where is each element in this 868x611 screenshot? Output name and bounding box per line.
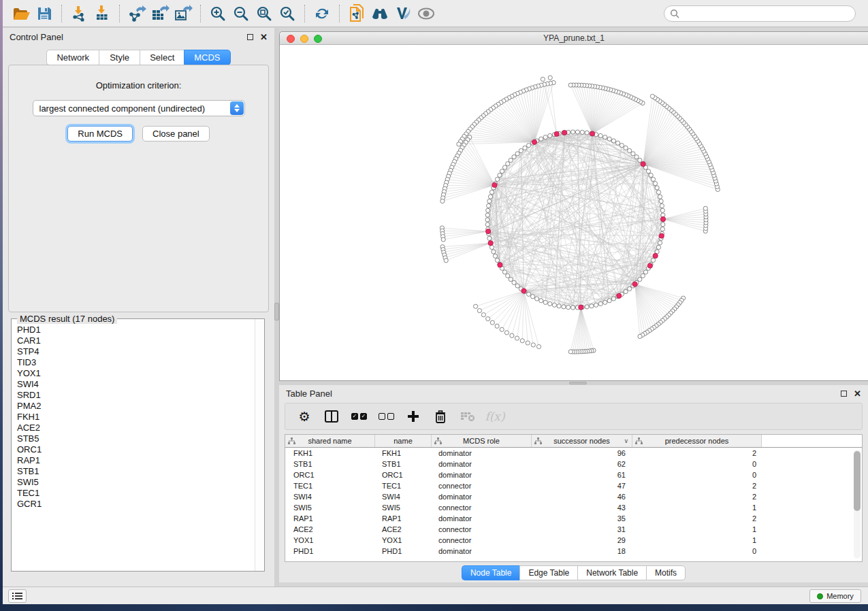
splitter-handle[interactable] bbox=[569, 382, 587, 384]
window-close-icon[interactable] bbox=[287, 35, 295, 43]
table-row[interactable]: SWI5SWI5connector431 bbox=[285, 502, 862, 513]
mcds-result-item[interactable]: SWI5 bbox=[17, 477, 254, 488]
table-settings-icon[interactable]: ⚙ bbox=[295, 407, 314, 426]
close-panel-icon[interactable]: ✕ bbox=[854, 391, 861, 397]
import-network-icon[interactable] bbox=[67, 3, 91, 24]
cell-successor-nodes: 46 bbox=[532, 491, 632, 502]
mcds-result-item[interactable]: RAP1 bbox=[17, 455, 254, 466]
mcds-result-item[interactable]: TID3 bbox=[17, 357, 254, 368]
cell-predecessor-nodes: 0 bbox=[632, 546, 762, 557]
mcds-result-item[interactable]: STB1 bbox=[17, 466, 254, 477]
delete-rows-icon[interactable] bbox=[431, 407, 450, 426]
table-scrollbar[interactable] bbox=[854, 450, 861, 559]
table-row[interactable]: TEC1TEC1connector472 bbox=[285, 480, 862, 491]
import-table-icon[interactable] bbox=[91, 3, 114, 24]
table-row[interactable]: PHD1PHD1dominator180 bbox=[285, 546, 862, 557]
table-row[interactable]: RAP1RAP1dominator352 bbox=[285, 513, 862, 524]
tab-motifs[interactable]: Motifs bbox=[646, 565, 686, 580]
table-row[interactable]: STB1STB1dominator620 bbox=[285, 459, 862, 469]
table-row[interactable]: FKH1FKH1dominator962 bbox=[285, 448, 862, 459]
export-table-icon[interactable] bbox=[148, 3, 172, 24]
mcds-result-title: MCDS result (17 nodes) bbox=[17, 314, 117, 324]
table-row[interactable]: SWI4SWI4dominator462 bbox=[285, 491, 862, 502]
show-column-panel-icon[interactable] bbox=[322, 407, 341, 426]
column-header-predecessor-nodes[interactable]: predecessor nodes bbox=[632, 435, 762, 447]
close-panel-button[interactable]: Close panel bbox=[142, 126, 210, 142]
column-label: MCDS role bbox=[463, 437, 500, 445]
table-row[interactable]: YOX1YOX1connector291 bbox=[285, 535, 862, 546]
vertical-splitter[interactable] bbox=[274, 28, 279, 587]
float-panel-icon[interactable] bbox=[841, 391, 847, 397]
mcds-result-item[interactable]: YOX1 bbox=[17, 368, 254, 379]
deselect-all-icon[interactable] bbox=[376, 407, 396, 426]
mcds-result-item[interactable]: FKH1 bbox=[17, 412, 254, 423]
table-panel: Table Panel ✕ ⚙ f(x) shar bbox=[279, 385, 868, 582]
mcds-result-item[interactable]: CAR1 bbox=[17, 335, 254, 346]
run-mcds-button[interactable]: Run MCDS bbox=[67, 126, 133, 142]
table-scrollbar-thumb[interactable] bbox=[854, 451, 861, 511]
export-network-icon[interactable] bbox=[125, 3, 148, 24]
column-header-mcds-role[interactable]: MCDS role bbox=[432, 435, 532, 447]
cell-successor-nodes: 31 bbox=[532, 524, 632, 535]
new-network-from-selection-icon[interactable] bbox=[345, 3, 368, 24]
mcds-result-item[interactable]: ORC1 bbox=[17, 444, 254, 455]
network-graph-canvas[interactable] bbox=[280, 45, 867, 380]
mcds-result-item[interactable]: PMA2 bbox=[17, 401, 254, 412]
network-window-titlebar[interactable]: YPA_prune.txt_1 bbox=[280, 32, 868, 45]
mcds-result-item[interactable]: TEC1 bbox=[17, 488, 254, 499]
mcds-list-scrollbar[interactable] bbox=[255, 319, 264, 571]
show-graphics-details-icon[interactable] bbox=[415, 3, 438, 24]
cell-shared-name: SWI4 bbox=[285, 491, 375, 502]
mcds-result-item[interactable]: STB5 bbox=[17, 433, 254, 444]
main-toolbar bbox=[3, 0, 868, 27]
mcds-result-list[interactable]: PHD1CAR1STP4TID3YOX1SWI4SRD1PMA2FKH1ACE2… bbox=[12, 325, 254, 570]
column-header-name[interactable]: name bbox=[375, 435, 432, 447]
optimization-criterion-select[interactable]: largest connected component (undirected) bbox=[33, 100, 245, 116]
search-input[interactable] bbox=[679, 9, 850, 18]
close-panel-icon[interactable]: ✕ bbox=[260, 34, 268, 40]
table-row[interactable]: ACE2ACE2connector311 bbox=[285, 524, 862, 535]
mcds-result-item[interactable]: SRD1 bbox=[17, 390, 254, 401]
zoom-selected-icon[interactable] bbox=[276, 3, 299, 24]
table-row[interactable]: ORC1ORC1dominator610 bbox=[285, 469, 862, 480]
refresh-network-view-icon[interactable] bbox=[310, 3, 334, 24]
memory-button[interactable]: Memory bbox=[809, 589, 861, 603]
node-table[interactable]: shared namenameMCDS rolesuccessor nodes∨… bbox=[285, 434, 863, 562]
tab-network[interactable]: Network bbox=[46, 50, 99, 65]
float-panel-icon[interactable] bbox=[247, 34, 253, 40]
mcds-result-item[interactable]: ACE2 bbox=[17, 423, 254, 433]
toggle-vizmapper-icon[interactable] bbox=[391, 3, 415, 24]
tab-select[interactable]: Select bbox=[140, 50, 184, 65]
task-history-button[interactable] bbox=[8, 589, 27, 603]
tab-mcds[interactable]: MCDS bbox=[184, 50, 230, 65]
optimization-criterion-value: largest connected component (undirected) bbox=[39, 103, 206, 114]
column-header-shared-name[interactable]: shared name bbox=[285, 435, 375, 447]
mcds-result-item[interactable]: STP4 bbox=[17, 346, 254, 357]
save-session-icon[interactable] bbox=[33, 3, 56, 24]
cell-predecessor-nodes: 1 bbox=[632, 524, 762, 535]
cell-mcds-role: dominator bbox=[432, 448, 532, 459]
tab-node-table[interactable]: Node Table bbox=[462, 565, 520, 580]
find-icon[interactable] bbox=[368, 3, 391, 24]
tab-edge-table[interactable]: Edge Table bbox=[519, 565, 577, 580]
cell-predecessor-nodes: 2 bbox=[632, 513, 762, 524]
list-icon bbox=[12, 592, 22, 600]
mcds-result-item[interactable]: PHD1 bbox=[17, 325, 254, 335]
tab-network-table[interactable]: Network Table bbox=[577, 565, 646, 580]
window-minimize-icon[interactable] bbox=[300, 35, 308, 43]
tab-style[interactable]: Style bbox=[99, 50, 140, 65]
zoom-in-icon[interactable] bbox=[206, 3, 229, 24]
open-file-icon[interactable] bbox=[10, 3, 33, 24]
zoom-out-icon[interactable] bbox=[229, 3, 253, 24]
zoom-fit-icon[interactable] bbox=[253, 3, 276, 24]
search-box[interactable] bbox=[664, 5, 856, 22]
select-all-icon[interactable] bbox=[349, 407, 368, 426]
splitter-handle[interactable] bbox=[274, 303, 279, 320]
add-row-icon[interactable] bbox=[404, 407, 423, 426]
window-maximize-icon[interactable] bbox=[314, 35, 322, 43]
export-image-icon[interactable] bbox=[172, 3, 195, 24]
mcds-result-item[interactable]: GCR1 bbox=[17, 499, 254, 510]
column-header-successor-nodes[interactable]: successor nodes∨ bbox=[532, 435, 632, 447]
cell-successor-nodes: 35 bbox=[532, 513, 632, 524]
mcds-result-item[interactable]: SWI4 bbox=[17, 379, 254, 390]
